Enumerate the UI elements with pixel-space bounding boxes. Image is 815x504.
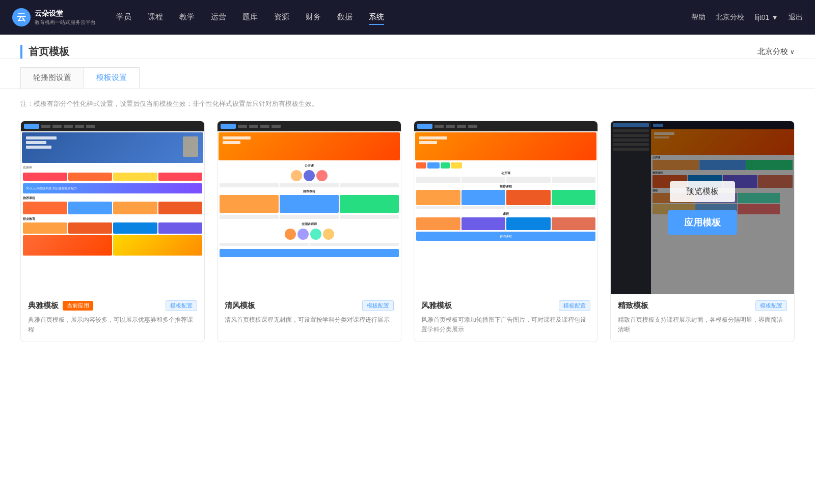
template-desc-1: 典雅首页模板，展示内容较多，可以展示优惠券和多个推荐课程 (28, 315, 197, 334)
apply-template-button[interactable]: 应用模板 (668, 210, 737, 235)
branch-selector[interactable]: 北京分校 ∨ (757, 47, 795, 57)
template-preview-3[interactable]: 公开课 推荐课程 (414, 121, 597, 294)
nav-right: 帮助 北京分校 lijt01 ▼ 退出 (691, 13, 803, 22)
tabs-bar: 轮播图设置 模板设置 (0, 59, 815, 89)
content: 注：模板有部分个性化样式设置，设置后仅当前模板生效；非个性化样式设置后只针对所有… (0, 89, 815, 362)
template-name-1: 典雅模板 (28, 301, 59, 311)
template-card-1: 优惠券 30天 让你摆脱平摸 知识使你更有魅力 推荐课程 (20, 121, 205, 342)
template-grid: 优惠券 30天 让你摆脱平摸 知识使你更有魅力 推荐课程 (20, 121, 795, 342)
tab-template[interactable]: 模板设置 (84, 67, 140, 89)
template-desc-3: 风雅首页模板可添加轮播图下广告图片，可对课程及课程包设置学科分类展示 (421, 315, 590, 334)
template-title-row-1: 典雅模板 当前应用 模板配置 (28, 300, 197, 311)
config-button-2[interactable]: 模板配置 (362, 300, 394, 311)
logout-link[interactable]: 退出 (789, 13, 803, 22)
template-name-4: 精致模板 (618, 301, 648, 311)
config-button-1[interactable]: 模板配置 (166, 300, 197, 311)
mini-logo (24, 124, 39, 129)
nav-item-students[interactable]: 学员 (116, 10, 131, 25)
navbar: 云 云朵设堂 教育机构一站式服务云平台 学员 课程 教学 运营 题库 资源 财务… (0, 0, 815, 35)
tab-carousel[interactable]: 轮播图设置 (20, 67, 84, 89)
current-badge-1: 当前应用 (63, 301, 93, 311)
page-header: 首页模板 北京分校 ∨ (0, 35, 815, 59)
page-title: 首页模板 (20, 45, 69, 59)
logo[interactable]: 云 云朵设堂 教育机构一站式服务云平台 (12, 8, 96, 26)
nav-item-courses[interactable]: 课程 (148, 10, 163, 25)
template-info-1: 典雅模板 当前应用 模板配置 典雅首页模板，展示内容较多，可以展示优惠券和多个推… (21, 294, 204, 342)
note-text: 注：模板有部分个性化样式设置，设置后仅当前模板生效；非个性化样式设置后只针对所有… (20, 99, 795, 108)
template-preview-1[interactable]: 优惠券 30天 让你摆脱平摸 知识使你更有魅力 推荐课程 (21, 121, 204, 294)
template-name-3: 风雅模板 (421, 301, 452, 311)
help-link[interactable]: 帮助 (691, 13, 705, 22)
logo-icon: 云 (12, 8, 31, 26)
nav-item-system[interactable]: 系统 (369, 10, 384, 25)
template-desc-4: 精致首页模板支持课程展示封面，各模板分隔明显，界面简洁清晰 (618, 315, 787, 334)
nav-item-questions[interactable]: 题库 (242, 10, 258, 25)
config-button-3[interactable]: 模板配置 (559, 300, 590, 311)
mini-hero-1 (22, 132, 203, 163)
config-button-4[interactable]: 模板配置 (755, 300, 787, 311)
nav-item-operations[interactable]: 运营 (211, 10, 226, 25)
template-name-2: 清风模板 (225, 301, 255, 311)
nav-item-finance[interactable]: 财务 (306, 10, 321, 25)
user-menu[interactable]: lijt01 ▼ (754, 13, 778, 21)
branch-link[interactable]: 北京分校 (716, 13, 744, 22)
nav-item-resources[interactable]: 资源 (274, 10, 289, 25)
page: 首页模板 北京分校 ∨ 轮播图设置 模板设置 注：模板有部分个性化样式设置，设置… (0, 35, 815, 504)
template-preview-4[interactable]: 公开课 推荐课程 (611, 121, 794, 294)
user-dropdown-icon: ▼ (771, 13, 778, 21)
template-info-3: 风雅模板 模板配置 风雅首页模板可添加轮播图下广告图片，可对课程及课程包设置学科… (414, 294, 597, 342)
logo-text: 云朵设堂 教育机构一站式服务云平台 (35, 9, 96, 26)
mini-nav-items (41, 125, 95, 128)
template-info-4: 精致模板 模板配置 精致首页模板支持课程展示封面，各模板分隔明显，界面简洁清晰 (611, 294, 794, 342)
preview-overlay-4: 预览模板 应用模板 (611, 121, 794, 294)
nav-item-teaching[interactable]: 教学 (179, 10, 195, 25)
preview-template-button[interactable]: 预览模板 (670, 181, 735, 202)
nav-items: 学员 课程 教学 运营 题库 资源 财务 数据 系统 (116, 10, 691, 25)
template-info-2: 清风模板 模板配置 清风首页模板课程无封面，可设置按学科分类对课程进行展示 (218, 294, 401, 332)
chevron-down-icon: ∨ (790, 48, 795, 55)
template-card-4: 公开课 推荐课程 (610, 121, 795, 342)
template-card-2: 公开课 推荐课程 (217, 121, 401, 342)
nav-item-data[interactable]: 数据 (337, 10, 352, 25)
template-preview-2[interactable]: 公开课 推荐课程 (218, 121, 401, 294)
template-card-3: 公开课 推荐课程 (414, 121, 598, 342)
template-desc-2: 清风首页模板课程无封面，可设置按学科分类对课程进行展示 (225, 315, 394, 325)
